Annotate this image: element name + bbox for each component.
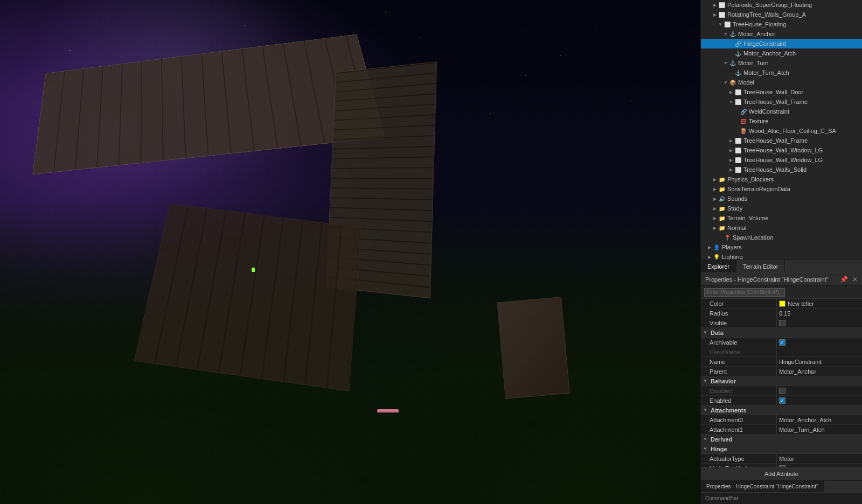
checkbox-disabled[interactable]: [779, 388, 785, 394]
prop-row-classname[interactable]: ClassName: [701, 347, 862, 357]
tree-arrow-treehouse_walls_solid[interactable]: [728, 165, 734, 174]
prop-value-name[interactable]: HingeConstraint: [777, 359, 862, 365]
tree-arrow-treehouse_wall_window_lg[interactable]: [728, 145, 734, 155]
checkbox-archivable[interactable]: [779, 339, 785, 346]
tree-arrow-texture[interactable]: [733, 116, 740, 126]
tree-arrow-lighting[interactable]: [706, 252, 713, 260]
tree-item-treehouse_wall_window_lg2[interactable]: ⬜TreeHouse_Wall_Window_LG: [701, 155, 862, 165]
prop-row-archivable[interactable]: Archivable: [701, 338, 862, 347]
tree-arrow-sons_terrain[interactable]: [712, 184, 718, 194]
tree-item-treehouse_wall_frame2[interactable]: ⬜TreeHouse_Wall_Frame: [701, 136, 862, 145]
properties-close-icon[interactable]: ✕: [852, 276, 858, 283]
prop-value-radius[interactable]: 0.15: [777, 310, 862, 317]
tree-arrow-motor_anchor[interactable]: [722, 29, 729, 39]
tree-arrow-physics_blockers[interactable]: [712, 174, 718, 184]
tree-arrow-treehouse_wall_window_lg2[interactable]: [728, 155, 734, 165]
tree-item-motor_anchor_atch[interactable]: ⚓Motor_Anchor_Atch: [701, 48, 862, 58]
tree-arrow-model[interactable]: [722, 78, 729, 87]
prop-value-archivable[interactable]: [777, 339, 862, 346]
prop-row-attachment1[interactable]: Attachment1Motor_Turn_Atch: [701, 425, 862, 435]
prop-row-attachment0[interactable]: Attachment0Motor_Anchor_Atch: [701, 415, 862, 425]
prop-value-visible[interactable]: [777, 320, 862, 326]
tree-arrow-sounds[interactable]: [712, 194, 718, 204]
prop-value-attachment0[interactable]: Motor_Anchor_Atch: [777, 417, 862, 423]
prop-row-enabled[interactable]: Enabled: [701, 396, 862, 405]
properties-pin-icon[interactable]: 📌: [840, 276, 848, 283]
tree-arrow-players[interactable]: [706, 242, 713, 252]
prop-row-disabled[interactable]: Disabled: [701, 386, 862, 396]
explorer-panel: ⬜Polaroids_SuperGroup_Floating⬜RotatingT…: [701, 0, 862, 272]
tree-arrow-treehouse_wall_door[interactable]: [728, 87, 734, 97]
properties-tab[interactable]: Properties - HingeConstraint "HingeConst…: [701, 481, 824, 492]
tree-item-treehouse_walls_solid[interactable]: ⬜TreeHouse_Walls_Solid: [701, 165, 862, 174]
add-attribute-button[interactable]: Add Attribute: [701, 467, 862, 480]
tree-arrow-treehouse_wall_frame[interactable]: [728, 97, 734, 107]
tree-item-polaroids[interactable]: ⬜Polaroids_SuperGroup_Floating: [701, 0, 862, 10]
tree-arrow-motor_turn_atch[interactable]: [728, 68, 734, 78]
tree-arrow-motor_anchor_atch[interactable]: [728, 48, 734, 58]
checkbox-visible[interactable]: [779, 320, 785, 326]
tab-explorer[interactable]: Explorer: [701, 260, 736, 272]
tree-item-physics_blockers[interactable]: 📁Physics_Blockers: [701, 174, 862, 184]
tree-item-treehouse_wall_window_lg[interactable]: ⬜TreeHouse_Wall_Window_LG: [701, 145, 862, 155]
prop-section-derived[interactable]: ▼Derived: [701, 435, 862, 444]
prop-row-visible[interactable]: Visible: [701, 318, 862, 328]
prop-value-parent[interactable]: Motor_Anchor: [777, 368, 862, 375]
command-bar[interactable]: CommandBar: [701, 492, 862, 504]
tree-item-weld_constraint[interactable]: 🔗WeldConstraint: [701, 107, 862, 116]
tree-item-rotatingtree[interactable]: ⬜RotatingTree_Walls_Group_A: [701, 10, 862, 19]
scene-marker-pink: [377, 409, 399, 412]
prop-section-hinge[interactable]: ▼Hinge: [701, 444, 862, 454]
tree-item-lighting[interactable]: 💡Lighting: [701, 252, 862, 260]
prop-row-radius[interactable]: Radius0.15: [701, 309, 862, 318]
tab-terrain-editor[interactable]: Terrain Editor: [736, 260, 785, 272]
prop-section-data[interactable]: ▼Data: [701, 328, 862, 338]
tree-item-motor_anchor[interactable]: ⚓Motor_Anchor: [701, 29, 862, 39]
tree-arrow-treehouse_wall_frame2[interactable]: [728, 136, 734, 145]
prop-value-actuatortype[interactable]: Motor: [777, 456, 862, 462]
prop-value-enabled[interactable]: [777, 397, 862, 404]
prop-row-parent[interactable]: ParentMotor_Anchor: [701, 367, 862, 376]
3d-viewport[interactable]: [0, 0, 700, 504]
prop-value-attachment1[interactable]: Motor_Turn_Atch: [777, 426, 862, 433]
prop-section-attachments[interactable]: ▼Attachments: [701, 405, 862, 415]
tree-item-treehouse_wall_door[interactable]: ⬜TreeHouse_Wall_Door: [701, 87, 862, 97]
tree-item-treehouse_wall_frame[interactable]: ⬜TreeHouse_Wall_Frame: [701, 97, 862, 107]
tree-item-texture[interactable]: 🖼Texture: [701, 116, 862, 126]
properties-filter-input[interactable]: [704, 288, 785, 297]
tree-item-hinge_constraint[interactable]: 🔗HingeConstraint: [701, 39, 862, 48]
tree-item-treehouse[interactable]: ⬜TreeHouse_Floating: [701, 19, 862, 29]
tree-item-players[interactable]: 👤Players: [701, 242, 862, 252]
tree-arrow-study[interactable]: [712, 204, 718, 213]
tree-item-model[interactable]: 📦Model: [701, 78, 862, 87]
tree-item-sons_terrain[interactable]: 📁SonsTerrainRegionData: [701, 184, 862, 194]
tree-arrow-wood_attic[interactable]: [733, 126, 740, 136]
tree-item-terrain_volume[interactable]: 📁Terrain_Volume: [701, 213, 862, 223]
prop-value-disabled[interactable]: [777, 388, 862, 394]
tree-arrow-terrain_volume[interactable]: [712, 213, 718, 223]
prop-row-color[interactable]: ColorNew teller: [701, 299, 862, 309]
tree-item-spawn_location[interactable]: 📍SpawnLocation: [701, 233, 862, 242]
explorer-tree[interactable]: ⬜Polaroids_SuperGroup_Floating⬜RotatingT…: [701, 0, 862, 260]
tree-item-motor_turn[interactable]: ⚓Motor_Turn: [701, 58, 862, 68]
tree-arrow-weld_constraint[interactable]: [733, 107, 740, 116]
tree-arrow-polaroids[interactable]: [712, 0, 718, 10]
tree-arrow-motor_turn[interactable]: [722, 58, 729, 68]
prop-section-behavior[interactable]: ▼Behavior: [701, 376, 862, 386]
tree-item-wood_attic[interactable]: 🪵Wood_Attic_Floor_Ceiling_C_SA: [701, 126, 862, 136]
tree-arrow-rotatingtree[interactable]: [712, 10, 718, 19]
tree-arrow-treehouse[interactable]: [717, 19, 724, 29]
prop-value-color[interactable]: New teller: [777, 300, 862, 307]
properties-scroll[interactable]: ColorNew tellerRadius0.15Visible▼DataArc…: [701, 299, 862, 467]
tree-item-normal[interactable]: 📁Normal: [701, 223, 862, 233]
tree-arrow-hinge_constraint[interactable]: [728, 39, 734, 48]
tree-item-study[interactable]: 📁Study: [701, 204, 862, 213]
tree-item-motor_turn_atch[interactable]: ⚓Motor_Turn_Atch: [701, 68, 862, 78]
prop-row-limitsenabled[interactable]: LimitsEnabled: [701, 464, 862, 467]
tree-arrow-normal[interactable]: [712, 223, 718, 233]
prop-row-actuatortype[interactable]: ActuatorTypeMotor: [701, 454, 862, 464]
checkbox-enabled[interactable]: [779, 397, 785, 404]
tree-item-sounds[interactable]: 🔊Sounds: [701, 194, 862, 204]
tree-arrow-spawn_location[interactable]: [717, 233, 724, 242]
prop-row-name[interactable]: NameHingeConstraint: [701, 357, 862, 367]
